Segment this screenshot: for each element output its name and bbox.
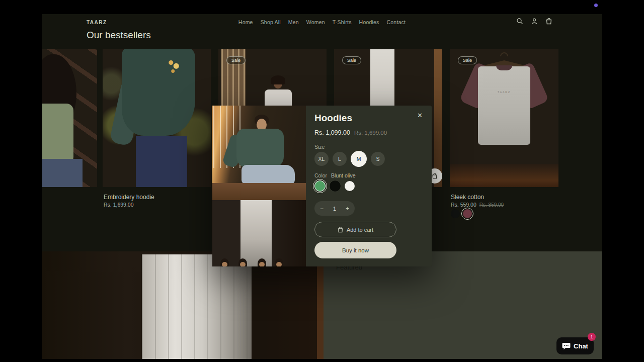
chat-unread-badge: 1 xyxy=(588,333,596,341)
photo-detail xyxy=(450,164,558,187)
modal-panel: ✕ Hoodies Rs. 1,099.00 Rs. 1,699.00 Size… xyxy=(306,106,432,266)
nav-item-tshirts[interactable]: T-Shirts xyxy=(333,19,352,25)
cart-icon[interactable] xyxy=(545,18,552,25)
modal-color-swatches xyxy=(314,180,355,192)
photo-detail xyxy=(258,258,266,266)
swatch-maroon[interactable] xyxy=(463,209,472,218)
product-gallery xyxy=(212,106,306,266)
product-price: Rs. 559.00Rs. 859.00 xyxy=(451,202,504,208)
modal-product-title: Hoodies xyxy=(314,113,352,124)
buy-it-now-label: Buy it now xyxy=(342,247,369,253)
sale-price: Rs. 559.00 xyxy=(451,202,476,208)
quantity-stepper: − 1 + xyxy=(314,201,355,216)
compare-price: Rs. 859.00 xyxy=(479,202,504,208)
chat-label: Chat xyxy=(574,342,588,350)
product-card-sleek-cotton: TAARZ Sale Sleek cotton Rs. 559.00Rs. 85… xyxy=(450,49,558,187)
nav-item-men[interactable]: Men xyxy=(288,19,299,25)
product-title[interactable]: Embroidery hoodie xyxy=(104,194,154,201)
modal-sale-price: Rs. 1,099.00 xyxy=(314,129,350,136)
color-label: Color xyxy=(314,172,327,178)
swatch-black[interactable] xyxy=(329,180,341,192)
size-option-xl[interactable]: XL xyxy=(314,152,329,166)
product-card-embroidery-hoodie: Embroidery hoodie Rs. 1,699.00 xyxy=(103,49,211,187)
chat-bubble-icon xyxy=(562,342,571,350)
featured-photo xyxy=(42,251,324,359)
product-price: Rs. 1,699.00 xyxy=(104,202,134,208)
photo-detail xyxy=(478,66,530,145)
letterbox-bar xyxy=(0,359,644,362)
photo-detail xyxy=(42,104,73,164)
nav-item-women[interactable]: Women xyxy=(306,19,325,25)
sale-badge: Sale xyxy=(342,56,361,64)
add-to-cart-label: Add to cart xyxy=(347,227,373,233)
close-icon[interactable]: ✕ xyxy=(415,110,425,121)
storefront-page: TAARZ Home Shop All Men Women T-Shirts H… xyxy=(42,14,602,359)
photo-detail xyxy=(42,159,83,187)
photo-detail xyxy=(240,200,272,266)
selected-color-name: Blunt olive xyxy=(331,172,355,178)
photo-detail xyxy=(272,200,306,266)
buy-it-now-button[interactable]: Buy it now xyxy=(314,242,396,258)
bag-icon xyxy=(432,173,438,179)
product-card-partial xyxy=(42,49,97,187)
sale-badge: Sale xyxy=(226,56,246,64)
bag-icon xyxy=(338,227,343,233)
photo-detail xyxy=(122,49,195,136)
page-title: Our bestsellers xyxy=(87,30,151,41)
photo-detail xyxy=(136,136,187,187)
plus-icon[interactable]: + xyxy=(346,205,349,212)
search-icon[interactable] xyxy=(516,18,523,25)
photo-detail xyxy=(434,49,442,187)
size-options: XL L M S xyxy=(314,151,385,167)
photo-detail xyxy=(275,258,283,266)
size-label: Size xyxy=(314,144,325,150)
video-frame: TAARZ Home Shop All Men Women T-Shirts H… xyxy=(0,0,644,362)
gallery-image-2 xyxy=(212,200,306,266)
nav-item-hoodies[interactable]: Hoodies xyxy=(359,19,379,25)
swatch-black[interactable] xyxy=(451,209,460,218)
nav-item-contact[interactable]: Contact xyxy=(387,19,406,25)
tee-print: TAARZ xyxy=(450,90,558,94)
add-to-cart-button[interactable]: Add to cart xyxy=(314,222,396,237)
photo-detail xyxy=(238,258,247,266)
product-image[interactable] xyxy=(42,49,97,187)
product-title[interactable]: Sleek cotton xyxy=(451,194,484,201)
size-option-m-selected[interactable]: M xyxy=(351,151,367,167)
color-row: Color Blunt olive xyxy=(314,172,356,178)
chat-button[interactable]: Chat xyxy=(556,337,594,354)
quick-view-modal: ✕ Hoodies Rs. 1,099.00 Rs. 1,699.00 Size… xyxy=(212,106,432,266)
sale-badge: Sale xyxy=(458,56,477,64)
nav-item-home[interactable]: Home xyxy=(238,19,253,25)
photo-detail xyxy=(212,183,306,200)
color-swatches xyxy=(451,209,472,218)
account-icon[interactable] xyxy=(531,18,538,25)
size-option-s[interactable]: S xyxy=(371,152,385,166)
recording-indicator-dot xyxy=(594,4,598,7)
header-icons xyxy=(516,18,552,25)
nav-item-shop-all[interactable]: Shop All xyxy=(261,19,281,25)
modal-price-row: Rs. 1,099.00 Rs. 1,699.00 xyxy=(314,129,387,136)
photo-detail xyxy=(317,251,324,359)
quantity-value: 1 xyxy=(333,206,336,212)
photo-detail xyxy=(142,254,252,359)
product-image[interactable] xyxy=(103,49,211,187)
photo-detail xyxy=(236,129,284,168)
photo-detail xyxy=(220,258,229,266)
size-option-l[interactable]: L xyxy=(333,152,347,166)
photo-detail xyxy=(242,165,295,184)
product-image[interactable]: TAARZ Sale xyxy=(450,49,558,187)
swatch-blunt-olive-selected[interactable] xyxy=(314,180,326,192)
photo-detail xyxy=(496,65,512,70)
modal-compare-price: Rs. 1,699.00 xyxy=(354,130,387,136)
minus-icon[interactable]: − xyxy=(320,205,324,212)
swatch-white[interactable] xyxy=(345,181,355,191)
photo-detail xyxy=(167,58,180,75)
gallery-image-1 xyxy=(212,106,306,200)
